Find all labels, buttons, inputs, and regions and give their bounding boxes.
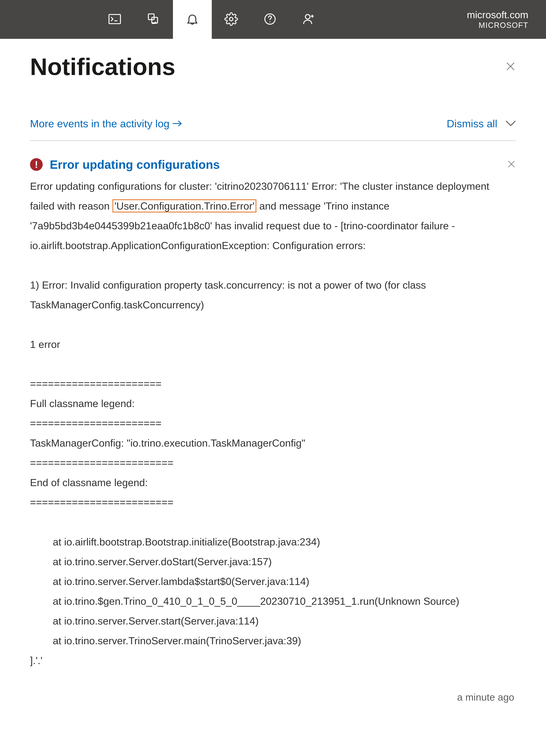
feedback-icon [302,12,316,27]
global-header: microsoft.com MICROSOFT [0,0,546,39]
header-icons-group [95,0,328,39]
panel-title: Notifications [30,53,175,80]
chevron-down-icon [505,124,516,127]
help-icon [263,12,277,27]
activity-log-link-label: More events in the activity log [30,118,169,130]
svg-point-6 [269,22,270,22]
svg-point-4 [229,17,233,21]
account-org-label: MICROSOFT [479,21,528,30]
svg-point-7 [305,14,310,19]
highlighted-error-reason: 'User.Configuration.Trino.Error' [112,199,256,213]
dismiss-group: Dismiss all [447,118,516,130]
panel-actions-row: More events in the activity log Dismiss … [30,118,516,141]
notifications-panel: Notifications More events in the activit… [0,39,546,703]
account-info[interactable]: microsoft.com MICROSOFT [467,0,536,39]
notifications-button[interactable] [173,0,212,39]
notification-dismiss-button[interactable] [507,160,516,169]
panel-header: Notifications [30,53,516,80]
gear-icon [224,12,238,27]
help-button[interactable] [251,0,289,39]
svg-rect-3 [152,17,158,23]
settings-button[interactable] [212,0,251,39]
panel-close-button[interactable] [505,61,516,73]
cloud-shell-button[interactable] [95,0,134,39]
directory-filter-button[interactable] [134,0,173,39]
bell-icon [185,12,199,27]
directory-filter-icon [147,12,160,27]
close-icon [507,166,516,169]
error-icon: ! [30,158,43,171]
close-icon [505,69,516,72]
notification-body-post: and message 'Trino instance '7a9b5bd3b4e… [30,200,459,666]
feedback-button[interactable] [289,0,328,39]
notification-body: Error updating configurations for cluste… [30,176,516,670]
collapse-all-button[interactable] [505,120,516,128]
notification-header: ! Error updating configurations [30,158,516,171]
notification-timestamp: a minute ago [30,691,516,703]
dismiss-all-link[interactable]: Dismiss all [447,118,497,130]
notification-title: Error updating configurations [50,158,500,171]
notification-item: ! Error updating configurations Error up… [30,141,516,703]
svg-rect-0 [109,14,121,24]
activity-log-link[interactable]: More events in the activity log [30,118,182,130]
arrow-right-icon [173,118,182,130]
account-domain-label: microsoft.com [467,9,529,21]
svg-rect-2 [148,14,154,20]
cloud-shell-icon [108,12,122,27]
